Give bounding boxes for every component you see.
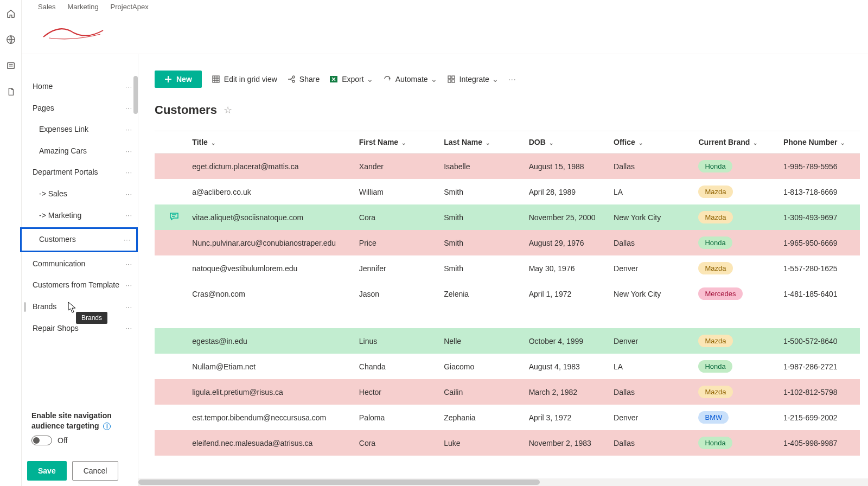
brand-badge: Mercedes — [698, 287, 742, 300]
svg-rect-1 — [7, 63, 14, 69]
nav-expenses-link[interactable]: Expenses Link··· — [22, 119, 138, 140]
col-first-name[interactable]: First Name⌄ — [354, 131, 438, 154]
cell-brand: BMW — [693, 405, 777, 430]
cell-first: Xander — [354, 154, 438, 180]
cell-dob: March 2, 1982 — [524, 379, 608, 405]
more-icon[interactable]: ··· — [125, 281, 132, 290]
more-icon[interactable]: ··· — [125, 168, 132, 177]
cell-dob: April 3, 1972 — [524, 405, 608, 430]
table-row[interactable]: eleifend.nec.malesuada@atrisus.caCoraLuk… — [155, 430, 860, 456]
table-row[interactable]: Cras@non.comJasonZeleniaApril 1, 1972New… — [155, 281, 860, 306]
more-icon[interactable]: ··· — [125, 211, 132, 220]
info-icon[interactable]: i — [103, 423, 111, 430]
home-icon[interactable] — [5, 8, 16, 19]
brand-badge: Honda — [698, 360, 732, 373]
cell-last: Smith — [438, 230, 523, 255]
col-title[interactable]: Title⌄ — [187, 131, 353, 154]
quick-launch-sidebar: Home··· Pages··· Expenses Link··· Amazin… — [22, 54, 138, 486]
files-icon[interactable] — [5, 86, 16, 97]
cell-dob: May 30, 1976 — [524, 255, 608, 281]
page-title: Customers — [155, 103, 217, 117]
table-row[interactable]: eget.dictum.placerat@mattis.caXanderIsab… — [155, 154, 860, 180]
export-button[interactable]: Export⌄ — [329, 75, 373, 84]
cell-last: Zephania — [438, 405, 523, 430]
more-icon[interactable]: ··· — [125, 146, 132, 156]
table-row[interactable]: egestas@in.eduLinusNelleOctober 4, 1999D… — [155, 328, 860, 354]
cell-title: Nullam@Etiam.net — [187, 354, 353, 379]
more-button[interactable]: ··· — [508, 75, 516, 84]
brand-badge: Honda — [698, 236, 732, 249]
nav-amazing-cars[interactable]: Amazing Cars··· — [22, 140, 138, 162]
nav-customers[interactable]: Customers··· — [20, 227, 138, 252]
table-row[interactable]: vitae.aliquet@sociisnatoque.comCoraSmith… — [155, 204, 860, 230]
more-icon[interactable]: ··· — [125, 125, 132, 135]
share-button[interactable]: Share — [287, 75, 320, 84]
nav-pages[interactable]: Pages··· — [22, 98, 138, 119]
table-row[interactable]: natoque@vestibulumlorem.eduJenniferSmith… — [155, 255, 860, 281]
site-hub-tabs: Sales Marketing ProjectApex — [22, 0, 868, 14]
cell-dob: November 2, 1983 — [524, 430, 608, 456]
col-brand[interactable]: Current Brand⌄ — [693, 131, 777, 154]
cell-dob: August 15, 1988 — [524, 154, 608, 180]
news-icon[interactable] — [5, 60, 16, 71]
brand-badge: Honda — [698, 160, 732, 172]
cell-brand: Mazda — [693, 328, 777, 354]
nav-home[interactable]: Home··· — [22, 76, 138, 98]
site-logo[interactable] — [38, 16, 108, 46]
cell-first: Hector — [354, 379, 438, 405]
more-icon[interactable]: ··· — [125, 189, 132, 199]
nav-department-portals[interactable]: Department Portals··· — [22, 162, 138, 183]
brand-badge: BMW — [698, 411, 729, 424]
automate-button[interactable]: Automate⌄ — [383, 75, 437, 84]
cell-title: Cras@non.com — [187, 281, 353, 306]
hub-tab[interactable]: ProjectApex — [111, 3, 149, 11]
new-button[interactable]: New — [155, 71, 202, 88]
cell-office: Denver — [608, 328, 693, 354]
cell-office: New York City — [608, 281, 693, 306]
horizontal-scrollbar[interactable] — [138, 478, 868, 486]
cell-last: Isabelle — [438, 154, 523, 180]
command-bar: New Edit in grid view Share Export⌄ Auto… — [138, 54, 868, 98]
nav-marketing[interactable]: -> Marketing··· — [22, 205, 138, 227]
edit-grid-button[interactable]: Edit in grid view — [212, 75, 277, 84]
table-row[interactable]: Nunc.pulvinar.arcu@conubianostraper.eduP… — [155, 230, 860, 255]
col-office[interactable]: Office⌄ — [608, 131, 693, 154]
cell-first: Jason — [354, 281, 438, 306]
more-icon[interactable]: ··· — [125, 104, 132, 113]
cell-last: Smith — [438, 204, 523, 230]
nav-customers-template[interactable]: Customers from Template··· — [22, 274, 138, 296]
save-button[interactable]: Save — [27, 461, 67, 481]
globe-icon[interactable] — [5, 34, 16, 45]
cell-last: Zelenia — [438, 281, 523, 306]
favorite-star-icon[interactable]: ☆ — [224, 104, 232, 116]
nav-communication[interactable]: Communication··· — [22, 253, 138, 275]
cancel-button[interactable]: Cancel — [72, 461, 119, 481]
more-icon[interactable]: ··· — [125, 324, 132, 333]
chevron-down-icon: ⌄ — [431, 75, 437, 84]
hub-tab[interactable]: Sales — [38, 3, 56, 11]
cell-office: Denver — [608, 255, 693, 281]
nav-sales[interactable]: -> Sales··· — [22, 183, 138, 205]
comment-icon — [169, 212, 179, 221]
more-icon[interactable]: ··· — [125, 259, 132, 268]
table-row[interactable]: Nullam@Etiam.netChandaGiacomoAugust 4, 1… — [155, 354, 860, 379]
more-icon[interactable]: ··· — [125, 302, 132, 311]
cell-phone: 1-995-789-5956 — [778, 154, 860, 180]
brand-badge: Honda — [698, 437, 732, 449]
table-row[interactable]: est.tempor.bibendum@neccursusa.comPaloma… — [155, 405, 860, 430]
cell-title: egestas@in.edu — [187, 328, 353, 354]
table-row[interactable]: a@aclibero.co.ukWilliamSmithApril 28, 19… — [155, 179, 860, 204]
col-dob[interactable]: DOB⌄ — [524, 131, 608, 154]
col-last-name[interactable]: Last Name⌄ — [438, 131, 523, 154]
cell-first: Price — [354, 230, 438, 255]
cell-phone: 1-405-998-9987 — [778, 430, 860, 456]
audience-targeting-toggle[interactable] — [31, 436, 52, 445]
integrate-button[interactable]: Integrate⌄ — [447, 75, 499, 84]
more-icon[interactable]: ··· — [124, 235, 131, 245]
col-phone[interactable]: Phone Number⌄ — [778, 131, 860, 154]
table-row[interactable]: ligula.elit.pretium@risus.caHectorCailin… — [155, 379, 860, 405]
hub-tab[interactable]: Marketing — [68, 3, 99, 11]
cell-dob: August 29, 1976 — [524, 230, 608, 255]
more-icon[interactable]: ··· — [125, 82, 132, 91]
cell-first: Cora — [354, 430, 438, 456]
